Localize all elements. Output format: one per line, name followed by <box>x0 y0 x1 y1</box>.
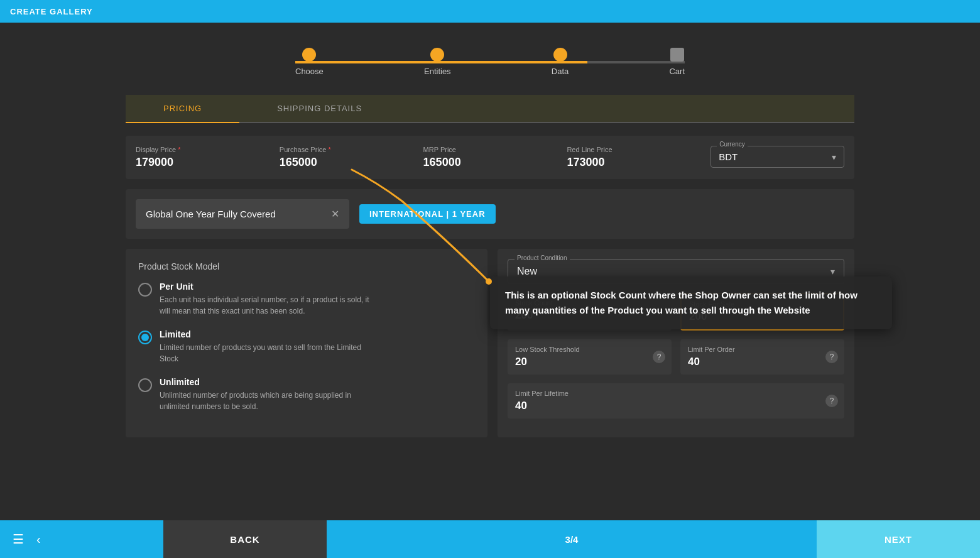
radio-limited[interactable]: Limited Limited number of products you w… <box>138 329 475 364</box>
red-line-price-label: Red Line Price <box>567 146 700 153</box>
low-stock-threshold-field: Low Stock Threshold 20 ? <box>508 339 672 375</box>
top-bar: CREATE GALLERY <box>0 0 980 23</box>
warranty-text: Global One Year Fully Covered <box>146 209 276 219</box>
display-price-group: Display Price * <box>136 146 270 169</box>
svg-point-0 <box>486 278 492 285</box>
radio-desc-unlimited: Unlimited number of products which are b… <box>160 390 373 412</box>
help-icon-limit-lifetime[interactable]: ? <box>825 395 838 407</box>
radio-title-unlimited: Unlimited <box>160 377 373 387</box>
warranty-chip: Global One Year Fully Covered ✕ <box>136 199 349 229</box>
annotation-text: This is an optional Stock Count where th… <box>505 290 858 315</box>
currency-value: BDT <box>719 151 738 162</box>
radio-desc-limited: Limited number of products you want to s… <box>160 342 373 364</box>
radio-title-limited: Limited <box>160 329 373 339</box>
limit-per-order-label: Limit Per Order <box>688 346 837 353</box>
condition-label: Product Condition <box>514 254 570 261</box>
limit-per-order-field: Limit Per Order 40 ? <box>680 339 844 375</box>
display-price-input[interactable] <box>136 156 270 169</box>
bottom-center: 3/4 <box>327 534 817 545</box>
page-indicator: 3/4 <box>565 534 579 545</box>
annotation-arrow <box>327 151 503 289</box>
limit-per-lifetime-label: Limit Per Lifetime <box>515 390 837 397</box>
stepper-label-entities: Entities <box>424 67 451 76</box>
stepper-dot-data <box>553 48 567 62</box>
next-button[interactable]: NEXT <box>817 520 980 558</box>
radio-text-limited: Limited Limited number of products you w… <box>160 329 373 364</box>
stepper-dot-entities <box>430 48 444 62</box>
annotation-container: This is an optional Stock Count where th… <box>490 276 892 329</box>
bottom-bar: ☰ ‹ BACK 3/4 NEXT <box>0 520 980 558</box>
currency-group: Currency BDT ▾ <box>710 146 844 168</box>
red-line-price-input[interactable] <box>567 156 700 169</box>
tab-bar: PRICING SHIPPING DETAILS <box>126 95 854 123</box>
stepper-label-data: Data <box>552 67 569 76</box>
radio-circle-unlimited <box>138 378 152 392</box>
radio-circle-per-unit <box>138 283 152 297</box>
stepper-items: Choose Entities Data Cart <box>295 48 685 76</box>
hamburger-icon[interactable]: ☰ <box>13 532 24 547</box>
stepper-dot-choose <box>302 48 316 62</box>
help-icon-low-stock[interactable]: ? <box>653 351 665 363</box>
limit-per-lifetime-field: Limit Per Lifetime 40 ? <box>508 383 844 418</box>
tab-shipping[interactable]: SHIPPING DETAILS <box>239 95 400 122</box>
radio-text-unlimited: Unlimited Unlimited number of products w… <box>160 377 373 412</box>
condition-value: New <box>517 266 537 277</box>
stepper-label-choose: Choose <box>295 67 324 76</box>
stepper-dot-cart <box>670 48 684 62</box>
limit-per-lifetime-value: 40 <box>515 400 837 412</box>
tab-pricing[interactable]: PRICING <box>126 95 239 122</box>
low-stock-threshold-label: Low Stock Threshold <box>515 346 664 353</box>
help-icon-limit-order[interactable]: ? <box>825 351 838 363</box>
radio-circle-limited <box>138 331 152 344</box>
red-line-price-group: Red Line Price <box>567 146 700 169</box>
stepper-step-choose[interactable]: Choose <box>295 48 324 76</box>
currency-label: Currency <box>717 141 748 148</box>
chevron-down-icon: ▾ <box>832 152 836 162</box>
stepper-step-data[interactable]: Data <box>552 48 569 76</box>
radio-desc-per-unit: Each unit has individual serial number, … <box>160 294 373 317</box>
chevron-down-icon-condition: ▾ <box>830 266 835 276</box>
display-price-label: Display Price * <box>136 146 270 153</box>
annotation-tooltip: This is an optional Stock Count where th… <box>490 276 892 329</box>
back-nav-icon[interactable]: ‹ <box>36 532 41 547</box>
stepper-label-cart: Cart <box>669 67 685 76</box>
low-stock-threshold-value: 20 <box>515 356 664 368</box>
stepper: Choose Entities Data Cart <box>126 48 854 76</box>
stepper-step-cart[interactable]: Cart <box>669 48 685 76</box>
back-button[interactable]: BACK <box>163 520 327 558</box>
limit-per-order-value: 40 <box>688 356 837 368</box>
app-title: CREATE GALLERY <box>10 7 93 16</box>
stepper-step-entities[interactable]: Entities <box>424 48 451 76</box>
currency-dropdown[interactable]: BDT ▾ <box>710 146 844 168</box>
bottom-left: ☰ ‹ <box>0 532 163 547</box>
radio-unlimited[interactable]: Unlimited Unlimited number of products w… <box>138 377 475 412</box>
